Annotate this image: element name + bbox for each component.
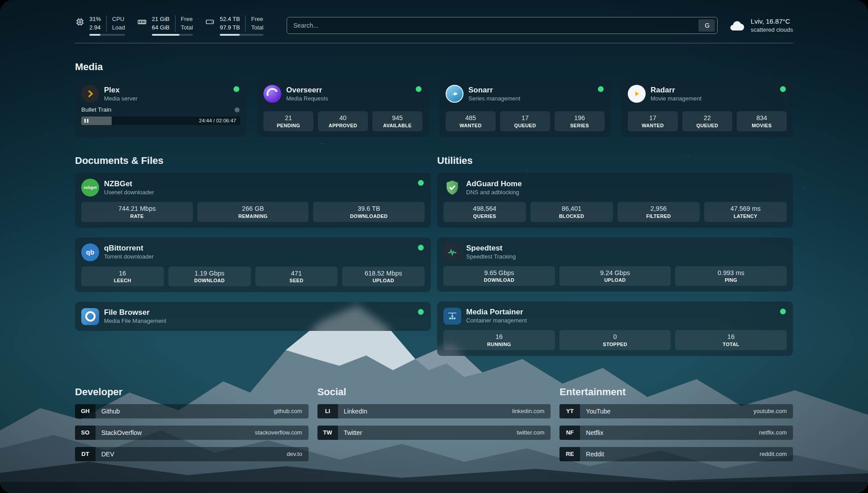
cpu-widget: 31%2.94 CPULoad (75, 15, 125, 35)
disk-usage-bar (220, 34, 263, 36)
disk-labels: FreeTotal (245, 15, 263, 31)
bookmark-abbr: SO (75, 426, 96, 440)
dashboard-screen: 31%2.94 CPULoad (0, 0, 868, 493)
bookmarks-title-entertainment: Entertainment (559, 386, 793, 398)
stat-wanted: 485WANTED (446, 111, 496, 131)
bookmarks-entertainment: Entertainment YT YouTube youtube.com NF … (559, 386, 793, 468)
app-card-sonarr[interactable]: Sonarr Series management 485WANTED 17QUE… (439, 79, 611, 137)
stat-series: 196SERIES (555, 111, 605, 131)
gear-icon[interactable] (234, 107, 240, 113)
stat-upload: 618.52 MbpsUPLOAD (342, 267, 425, 287)
bookmark-twitter[interactable]: TW Twitter twitter.com (317, 426, 551, 440)
cpu-icon (75, 17, 85, 27)
bookmark-github[interactable]: GH Github github.com (75, 404, 309, 418)
app-subtitle: Media File Management (104, 318, 166, 325)
bookmark-abbr: RE (559, 447, 580, 461)
nzbget-icon: nzbget (81, 179, 99, 196)
app-name: File Browser (104, 308, 166, 318)
bookmarks-social: Social LI LinkedIn linkedin.com TW Twitt… (317, 386, 551, 468)
bookmark-name: Twitter (338, 426, 362, 440)
stat-remaining: 266 GBREMAINING (197, 202, 309, 222)
app-name: Plex (104, 85, 138, 95)
app-subtitle: Container management (466, 317, 527, 325)
portainer-icon (443, 308, 461, 325)
ram-values: 21 GiB64 GiB (152, 15, 170, 31)
bookmark-youtube[interactable]: YT YouTube youtube.com (559, 404, 793, 418)
bookmark-url: dev.to (287, 447, 308, 461)
bookmark-reddit[interactable]: RE Reddit reddit.com (559, 447, 793, 461)
bookmark-name: DEV (96, 447, 114, 461)
app-card-adguard[interactable]: AdGuard Home DNS and adblocking 498,564Q… (437, 173, 793, 228)
stat-queued: 22QUEUED (682, 111, 732, 131)
stats-row: 16LEECH 1.19 GbpsDOWNLOAD 471SEED 618.52… (81, 267, 425, 287)
section-title-media: Media (75, 61, 793, 73)
stats-row: 485WANTED 17QUEUED 196SERIES (446, 111, 605, 131)
app-name: Overseerr (286, 85, 328, 95)
stat-queued: 17QUEUED (500, 111, 550, 131)
app-card-plex[interactable]: Plex Media server Bullet Train (75, 79, 246, 137)
bookmark-url: linkedin.com (512, 404, 551, 418)
stat-available: 945AVAILABLE (372, 111, 422, 131)
search-input[interactable] (293, 22, 699, 29)
section-title-utilities: Utilities (437, 155, 793, 167)
section-title-documents: Documents & Files (75, 155, 431, 167)
playback-progress-bar[interactable]: 24:44 / 02:06:47 (81, 117, 240, 125)
overseerr-icon (263, 85, 281, 103)
bookmark-url: reddit.com (760, 447, 793, 461)
app-card-portainer[interactable]: Media Portainer Container management 16R… (437, 301, 793, 356)
bookmark-linkedin[interactable]: LI LinkedIn linkedin.com (317, 404, 551, 418)
bookmark-url: netflix.com (759, 426, 793, 440)
app-card-nzbget[interactable]: nzbget NZBGet Usenet downloader 744.21 M… (75, 173, 431, 228)
bookmark-name: LinkedIn (338, 404, 367, 418)
app-subtitle: Usenet downloader (104, 189, 154, 196)
status-dot (598, 86, 604, 92)
stat-seed: 471SEED (255, 267, 338, 287)
bookmark-abbr: TW (317, 426, 338, 440)
bookmark-url: stackoverflow.com (255, 426, 308, 440)
stat-wanted: 17WANTED (628, 111, 678, 131)
app-card-qbittorrent[interactable]: qb qBittorrent Torrent downloader 16LEEC… (75, 238, 431, 292)
app-card-speedtest[interactable]: Speedtest Speedtest Tracking 9.65 GbpsDO… (437, 238, 793, 292)
app-card-radarr[interactable]: Radarr Movie management 17WANTED 22QUEUE… (622, 79, 793, 137)
cloud-icon (729, 19, 745, 32)
app-subtitle: Media server (104, 95, 138, 103)
sonarr-icon (446, 85, 463, 103)
app-subtitle: Speedtest Tracking (466, 253, 516, 261)
app-card-overseerr[interactable]: Overseerr Media Requests 21PENDING 40APP… (257, 79, 429, 137)
stat-download: 1.19 GbpsDOWNLOAD (168, 267, 251, 287)
bookmark-name: YouTube (580, 404, 610, 418)
weather-widget: Lviv, 16.87°C scattered clouds (729, 17, 793, 34)
bookmark-stackoverflow[interactable]: SO StackOverflow stackoverflow.com (75, 426, 309, 440)
pause-icon[interactable] (84, 119, 88, 123)
playback-time: 24:44 / 02:06:47 (199, 118, 236, 123)
disk-widget: 52.4 TB97.9 TB FreeTotal (204, 15, 263, 35)
stat-movies: 834MOVIES (737, 111, 787, 131)
bookmark-dev[interactable]: DT DEV dev.to (75, 447, 309, 461)
status-dot (416, 86, 421, 92)
stats-row: 21PENDING 40APPROVED 945AVAILABLE (263, 111, 422, 131)
app-card-filebrowser[interactable]: File Browser Media File Management (75, 302, 431, 331)
bookmark-netflix[interactable]: NF Netflix netflix.com (559, 426, 793, 440)
stat-latency: 47.569 msLATENCY (704, 202, 787, 222)
stat-approved: 40APPROVED (318, 111, 368, 131)
cpu-labels: CPULoad (106, 15, 125, 31)
bookmark-abbr: GH (75, 404, 96, 418)
bookmark-name: Netflix (580, 426, 603, 440)
stat-total: 16TOTAL (675, 330, 787, 350)
stats-row: 16RUNNING 0STOPPED 16TOTAL (443, 330, 787, 350)
ram-icon (137, 17, 147, 27)
status-dot (234, 86, 239, 92)
stat-pending: 21PENDING (263, 111, 313, 131)
radarr-icon (628, 85, 646, 103)
app-name: qBittorrent (104, 243, 154, 253)
search-engine-button[interactable]: G (699, 19, 715, 32)
bookmarks-title-social: Social (317, 386, 551, 398)
app-name: Radarr (651, 85, 701, 95)
qbittorrent-icon: qb (81, 243, 99, 261)
media-card-row: Plex Media server Bullet Train (75, 79, 793, 137)
speedtest-icon (443, 243, 461, 260)
app-subtitle: Movie management (651, 95, 701, 103)
now-playing-title: Bullet Train (81, 106, 112, 113)
bookmark-name: StackOverflow (96, 426, 142, 440)
filebrowser-icon (81, 308, 99, 325)
